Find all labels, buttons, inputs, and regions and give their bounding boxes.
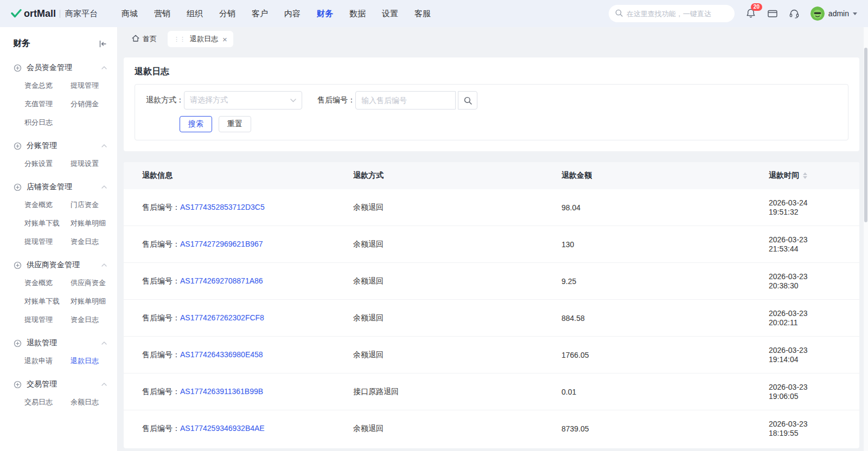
refund-method-cell: 余额退回 bbox=[335, 313, 543, 323]
aftersale-code-link[interactable]: AS1774263911361B99B bbox=[180, 387, 263, 396]
sidebar-item-余额日志[interactable]: 余额日志 bbox=[71, 397, 112, 407]
refund-info-cell: 售后编号：AS17742692708871A86 bbox=[124, 276, 335, 286]
breadcrumb-home[interactable]: 首页 bbox=[132, 34, 157, 44]
sidebar-item-提现管理[interactable]: 提现管理 bbox=[24, 315, 71, 325]
nav-item-内容[interactable]: 内容 bbox=[284, 0, 301, 27]
refund-info-cell: 售后编号：AS1774267262302FCF8 bbox=[124, 313, 335, 323]
select-placeholder: 请选择方式 bbox=[190, 95, 228, 105]
refund-amount-cell: 130 bbox=[543, 240, 750, 249]
sidebar-item-提现设置[interactable]: 提现设置 bbox=[71, 159, 112, 169]
nav-item-财务[interactable]: 财务 bbox=[317, 0, 333, 27]
sidebar-item-退款申请[interactable]: 退款申请 bbox=[24, 356, 71, 366]
refund-method-cell: 余额退回 bbox=[335, 203, 543, 212]
sidebar-item-资金日志[interactable]: 资金日志 bbox=[71, 315, 112, 325]
aftersale-code-link[interactable]: AS1774272969621B967 bbox=[180, 240, 263, 248]
refund-method-cell: 余额退回 bbox=[335, 424, 543, 434]
sidebar-item-对账单下载[interactable]: 对账单下载 bbox=[24, 218, 71, 228]
sidebar-item-资金日志[interactable]: 资金日志 bbox=[71, 237, 112, 247]
supplier-funds-icon bbox=[13, 261, 22, 269]
aftersale-code-link[interactable]: AS1774264336980E458 bbox=[180, 350, 263, 359]
aftersale-code-prefix: 售后编号： bbox=[142, 313, 180, 322]
sidebar-group-店铺资金管理[interactable]: 店铺资金管理 bbox=[0, 176, 118, 198]
sidebar-group-交易管理[interactable]: 交易管理 bbox=[0, 373, 118, 395]
sidebar-item-资金概览[interactable]: 资金概览 bbox=[24, 278, 71, 288]
sidebar-item-对账单明细[interactable]: 对账单明细 bbox=[71, 218, 112, 228]
aftersale-code-link[interactable]: AS17742692708871A86 bbox=[180, 276, 263, 285]
sidebar-group-items: 资金总览提现管理充值管理分销佣金积分日志 bbox=[0, 79, 118, 135]
search-button[interactable]: 搜索 bbox=[180, 116, 212, 132]
sidebar-item-资金概览[interactable]: 资金概览 bbox=[24, 200, 71, 210]
sidebar-item-充值管理[interactable]: 充值管理 bbox=[24, 99, 71, 109]
nav-item-营销[interactable]: 营销 bbox=[154, 0, 170, 27]
aftersale-code-prefix: 售后编号： bbox=[142, 203, 180, 211]
nav-item-商城[interactable]: 商城 bbox=[122, 0, 138, 27]
column-header-time[interactable]: 退款时间 bbox=[750, 171, 859, 181]
tab-label: 退款日志 bbox=[190, 34, 218, 44]
table-row: 售后编号：AS1774352853712D3C5余额退回98.042026-03… bbox=[124, 189, 859, 226]
user-menu[interactable]: admin bbox=[810, 7, 857, 21]
global-search-input[interactable] bbox=[627, 10, 728, 18]
reset-button[interactable]: 重置 bbox=[219, 116, 251, 132]
refund-table-card: 退款信息 退款方式 退款金额 退款时间 售后编号：AS1774352853712… bbox=[124, 162, 859, 448]
nav-item-客服[interactable]: 客服 bbox=[414, 0, 431, 27]
sidebar-item-交易日志[interactable]: 交易日志 bbox=[24, 397, 71, 407]
table-row: 售后编号：AS1774264336980E458余额退回1766.052026-… bbox=[124, 337, 859, 373]
nav-item-分销[interactable]: 分销 bbox=[219, 0, 235, 27]
tab-refund-log[interactable]: ⋮⋮ 退款日志 × bbox=[168, 31, 233, 47]
chevron-up-icon bbox=[101, 383, 107, 386]
refund-time: 20:38:30 bbox=[769, 281, 859, 291]
notification-badge: 20 bbox=[751, 3, 762, 11]
sidebar-group-供应商资金管理[interactable]: 供应商资金管理 bbox=[0, 254, 118, 276]
sidebar-group-退款管理[interactable]: 退款管理 bbox=[0, 332, 118, 354]
sidebar-item-积分日志[interactable]: 积分日志 bbox=[24, 118, 71, 127]
sidebar-item-对账单下载[interactable]: 对账单下载 bbox=[24, 297, 71, 306]
sidebar-item-资金总览[interactable]: 资金总览 bbox=[24, 81, 71, 91]
sidebar-item-退款日志[interactable]: 退款日志 bbox=[71, 356, 112, 366]
aftersale-code-input[interactable] bbox=[355, 91, 456, 109]
aftersale-code-link[interactable]: AS1774267262302FCF8 bbox=[180, 313, 264, 322]
sidebar-group-label: 供应商资金管理 bbox=[27, 260, 101, 270]
column-header-method: 退款方式 bbox=[335, 171, 543, 181]
nav-item-设置[interactable]: 设置 bbox=[382, 0, 398, 27]
close-tab-icon[interactable]: × bbox=[222, 35, 227, 43]
sidebar-group-items: 退款申请退款日志 bbox=[0, 354, 118, 373]
global-search[interactable] bbox=[609, 5, 735, 22]
sidebar-group-label: 店铺资金管理 bbox=[27, 182, 101, 192]
sidebar-item-对账单明细[interactable]: 对账单明细 bbox=[71, 297, 112, 306]
headset-icon[interactable] bbox=[789, 9, 800, 19]
refund-amount-cell: 1766.05 bbox=[543, 351, 750, 359]
sidebar-item-门店资金[interactable]: 门店资金 bbox=[71, 200, 112, 210]
nav-item-客户[interactable]: 客户 bbox=[252, 0, 268, 27]
aftersale-code-link[interactable]: AS1774352853712D3C5 bbox=[180, 203, 265, 211]
sidebar-item-提现管理[interactable]: 提现管理 bbox=[24, 237, 71, 247]
collapse-sidebar-icon[interactable] bbox=[99, 40, 107, 48]
sort-icon[interactable] bbox=[803, 172, 807, 179]
card-icon[interactable] bbox=[767, 9, 778, 18]
table-row: 售后编号：AS1774259346932B4AE余额退回8739.052026-… bbox=[124, 410, 859, 447]
logo: ortMall 商家平台 bbox=[11, 8, 117, 20]
store-funds-icon bbox=[13, 183, 22, 191]
notification-bell-icon[interactable]: 20 bbox=[745, 8, 756, 19]
sidebar-group-items: 分账设置提现设置 bbox=[0, 157, 118, 176]
sidebar-item-分销佣金[interactable]: 分销佣金 bbox=[71, 99, 112, 109]
sidebar-group-会员资金管理[interactable]: 会员资金管理 bbox=[0, 57, 118, 79]
nav-item-组织[interactable]: 组织 bbox=[187, 0, 203, 27]
sidebar-item-分账设置[interactable]: 分账设置 bbox=[24, 159, 71, 169]
filter-box: 退款方式： 请选择方式 售后编号： 搜索 重置 bbox=[135, 84, 848, 140]
nav-item-数据[interactable]: 数据 bbox=[349, 0, 366, 27]
refund-date: 2026-03-23 bbox=[769, 309, 859, 318]
platform-name: 商家平台 bbox=[65, 9, 98, 19]
refund-time-cell: 2026-03-2320:02:11 bbox=[750, 309, 859, 327]
sidebar-group-分账管理[interactable]: 分账管理 bbox=[0, 135, 118, 157]
sidebar-item-提现管理[interactable]: 提现管理 bbox=[71, 81, 112, 91]
user-name: admin bbox=[828, 9, 849, 18]
sidebar-item-供应商资金[interactable]: 供应商资金 bbox=[71, 278, 112, 288]
refund-method-select[interactable]: 请选择方式 bbox=[184, 91, 302, 109]
aftersale-code-label: 售后编号： bbox=[317, 95, 355, 105]
aftersale-code-link[interactable]: AS1774259346932B4AE bbox=[180, 424, 265, 433]
refund-method-cell: 接口原路退回 bbox=[335, 387, 543, 397]
scrollbar-thumb[interactable] bbox=[864, 48, 867, 222]
aftersale-code-prefix: 售后编号： bbox=[142, 276, 180, 285]
aftersale-code-group bbox=[355, 91, 477, 109]
code-search-button[interactable] bbox=[458, 91, 477, 109]
